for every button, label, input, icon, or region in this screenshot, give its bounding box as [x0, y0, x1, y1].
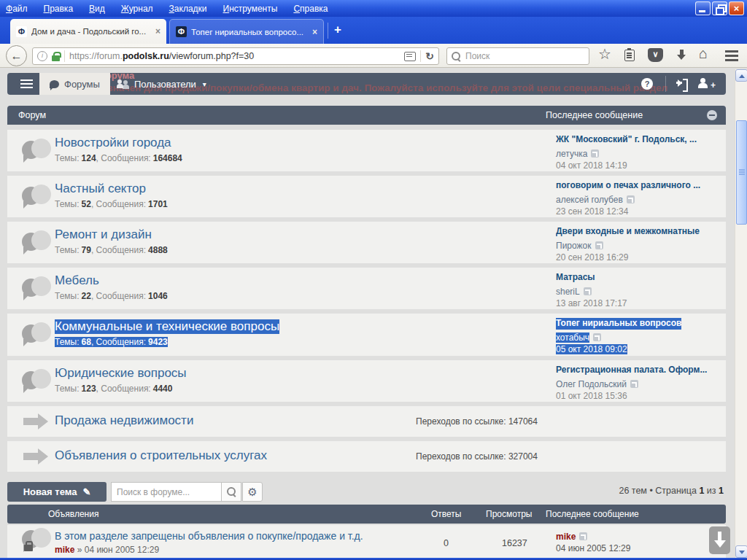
forum-title-link[interactable]: Ремонт и дизайн — [55, 228, 152, 242]
browser-window: Файл Правка Вид Журнал Закладки Инструме… — [0, 0, 747, 560]
forum-search-button[interactable] — [221, 482, 241, 502]
scrollbar-up-icon[interactable] — [735, 69, 747, 82]
forum-title-link[interactable]: Частный сектор — [55, 182, 146, 196]
goto-post-icon[interactable] — [595, 241, 603, 249]
tab-close-icon[interactable]: × — [312, 27, 317, 37]
navigation-toolbar: ← i https://forum.podolsk.ru/viewforum.p… — [0, 44, 747, 68]
goto-post-icon[interactable] — [579, 532, 587, 540]
forum-bubbles-icon — [22, 322, 51, 347]
url-text[interactable]: https://forum.podolsk.ru/viewforum.php?f… — [69, 51, 400, 61]
last-post: ЖК "Московский" г. Подольск, ... летучка… — [556, 134, 722, 171]
announcements-label: Объявления — [48, 509, 98, 519]
goto-post-icon[interactable] — [591, 149, 599, 158]
menu-view[interactable]: Вид — [89, 4, 105, 14]
last-topic-link[interactable]: Топег нириальных вопросов — [556, 318, 681, 330]
speech-bubble-icon — [50, 80, 59, 88]
forum-title-link[interactable]: Юридические вопросы — [55, 366, 187, 381]
menu-help[interactable]: Справка — [293, 4, 328, 14]
collapse-icon[interactable] — [707, 110, 717, 120]
views-count: 16237 — [502, 538, 527, 548]
last-post-date: 01 окт 2018 15:36 — [556, 391, 627, 401]
menu-tools[interactable]: Инструменты — [223, 4, 278, 14]
menu-file[interactable]: Файл — [6, 4, 28, 14]
last-post-user[interactable]: mike — [556, 532, 576, 542]
menu-bookmarks[interactable]: Закладки — [169, 4, 207, 14]
menu-edit[interactable]: Правка — [44, 4, 74, 14]
bookmark-star-icon[interactable]: ☆ — [598, 47, 611, 61]
chevron-down-icon: ▾ — [203, 80, 206, 88]
register-plus-icon[interactable]: + — [711, 80, 716, 90]
last-post-user[interactable]: летучка — [556, 149, 587, 159]
reload-icon[interactable]: ↻ — [425, 50, 434, 62]
https-lock-icon[interactable] — [52, 51, 60, 61]
goto-post-icon[interactable] — [584, 287, 592, 295]
goto-post-icon[interactable] — [627, 195, 635, 203]
new-tab-button[interactable]: + — [334, 23, 341, 37]
menu-history[interactable]: Журнал — [121, 4, 153, 14]
lastpost-column-label: Последнее сообщение — [546, 509, 639, 519]
reader-mode-icon[interactable] — [404, 52, 416, 61]
tab-active[interactable]: Ф Дом и дача - Подольский го... × — [10, 19, 166, 44]
scrollbar-thumb[interactable] — [736, 120, 747, 225]
forum-bubbles-icon — [22, 230, 51, 255]
last-post-user[interactable]: Пирожок — [556, 241, 592, 251]
pocket-icon[interactable]: ∨ — [648, 48, 663, 62]
browser-search[interactable] — [446, 47, 589, 65]
login-icon[interactable] — [678, 79, 686, 87]
last-topic-link[interactable]: Матрасы — [556, 272, 595, 284]
menu-bar: Файл Правка Вид Журнал Закладки Инструме… — [6, 4, 328, 14]
author-link[interactable]: mike — [55, 545, 74, 555]
nav-tab-users[interactable]: Пользователи ▾ — [107, 73, 217, 95]
library-icon[interactable] — [624, 50, 635, 61]
minimize-button[interactable] — [695, 1, 711, 15]
last-post: Матрасы sheriL 13 авг 2018 17:17 — [556, 272, 722, 309]
new-topic-button[interactable]: Новая тема ✎ — [7, 482, 107, 502]
downloads-icon[interactable] — [677, 50, 686, 61]
pencil-icon: ✎ — [82, 486, 90, 497]
menu-hamburger-icon[interactable] — [725, 50, 738, 52]
forum-stats: Темы:68, Сообщения:9423 — [55, 337, 168, 347]
page-info-icon[interactable]: i — [37, 51, 47, 61]
scrollbar-down-icon[interactable] — [735, 545, 747, 558]
help-icon[interactable]: ? — [641, 78, 653, 90]
last-topic-link[interactable]: Регистрационная палата. Оформ... — [556, 365, 707, 376]
forum-title-link[interactable]: Новостройки города — [55, 136, 171, 150]
last-post-user[interactable]: sheriL — [556, 287, 580, 297]
forum-bubbles-icon — [22, 139, 51, 163]
last-topic-link[interactable]: поговорим о печах различного ... — [556, 180, 700, 192]
forum-bubbles-icon — [22, 184, 51, 209]
goto-post-icon[interactable] — [630, 380, 638, 388]
nav-hamburger-icon[interactable] — [20, 79, 33, 81]
last-post-user[interactable]: алексей голубев — [556, 195, 623, 205]
url-bar[interactable]: i https://forum.podolsk.ru/viewforum.php… — [32, 47, 439, 65]
last-post: Топег нириальных вопросов хотабыч 05 окт… — [556, 318, 722, 355]
last-topic-link[interactable]: ЖК "Московский" г. Подольск, ... — [556, 134, 697, 146]
divider — [64, 50, 65, 62]
users-icon — [117, 79, 129, 89]
nav-tab-forums[interactable]: Форумы — [39, 73, 110, 95]
restore-button[interactable] — [712, 1, 727, 15]
link-forum-title[interactable]: Продажа недвижимости — [55, 413, 193, 428]
goto-post-icon[interactable] — [593, 333, 601, 341]
last-topic-link[interactable]: Двери входные и межкомнатные — [556, 226, 700, 238]
announcement-title-link[interactable]: В этом разделе запрещены объявления о по… — [55, 530, 363, 542]
page-scrollbar[interactable] — [735, 69, 747, 558]
forum-search-input[interactable] — [117, 487, 216, 497]
last-post: Двери входные и межкомнатные Пирожок 20 … — [556, 226, 722, 263]
scroll-down-button[interactable] — [709, 526, 730, 554]
tab-inactive[interactable]: Ф Топег нириальных вопросо... × — [169, 19, 324, 44]
forum-title-link[interactable]: Мебель — [55, 273, 99, 288]
close-button[interactable]: × — [729, 1, 744, 15]
last-post-user[interactable]: хотабыч — [556, 332, 589, 343]
forum-search-field[interactable] — [111, 482, 222, 502]
forum-stats: Темы:52, Сообщения:1701 — [55, 199, 168, 209]
forum-title-link[interactable]: Коммунальные и технические вопросы — [55, 319, 279, 334]
browser-search-input[interactable] — [465, 51, 575, 61]
home-icon[interactable]: ⌂ — [699, 46, 708, 61]
last-post-user[interactable]: Олег Подольский — [556, 379, 627, 389]
link-forum-title[interactable]: Объявления о строительных услугах — [55, 448, 267, 463]
tab-close-icon[interactable]: × — [155, 26, 160, 36]
tab-separator — [328, 23, 328, 39]
search-settings-button[interactable]: ⚙ — [242, 482, 263, 502]
back-button[interactable]: ← — [6, 45, 27, 66]
